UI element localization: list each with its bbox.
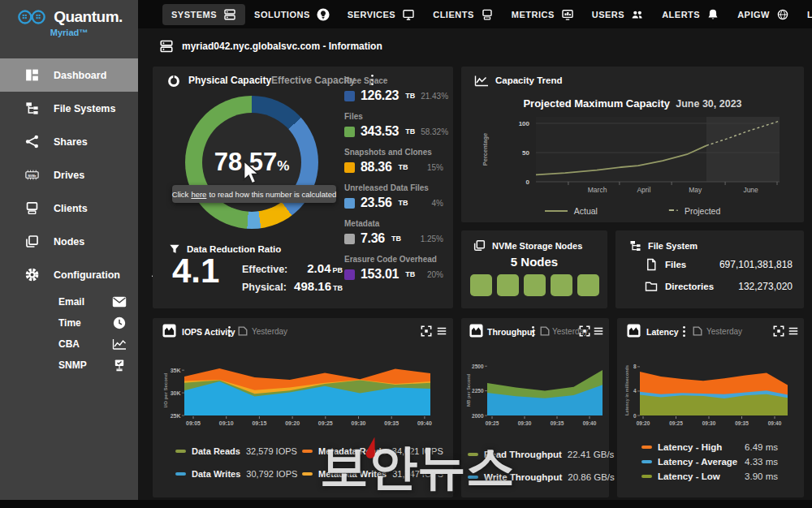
svg-text:09:40: 09:40 (417, 420, 432, 426)
sidebar-item-configuration[interactable]: Configuration (0, 258, 138, 291)
nav-tab-label: USERS (592, 10, 624, 19)
nav-tab-clients[interactable]: CLIENTS (424, 4, 503, 25)
svg-text:09:30: 09:30 (702, 420, 716, 426)
file-system-panel: File System Files697,101,381,818Director… (615, 230, 804, 308)
expand-icon[interactable] (421, 325, 432, 337)
clock-icon (112, 316, 127, 329)
nav-tab-metrics[interactable]: METRICS (503, 4, 583, 25)
legend-latency-high: Latency - High6.49 ms (641, 442, 778, 452)
page-header: myriad042.nyc.globalsvc.com - Informatio… (159, 39, 382, 54)
globe-icon (776, 8, 789, 21)
kebab-icon[interactable] (531, 325, 535, 338)
sidebar-item-cba[interactable]: CBA (0, 334, 138, 355)
legend-write-throughput: Write Throughput20.86 GB/s (468, 472, 615, 482)
legend-value: 34,621 IOPS (392, 446, 443, 456)
storage-node[interactable] (524, 274, 546, 296)
svg-text:0: 0 (633, 413, 637, 419)
legend-label: Metadata Reads (318, 446, 387, 456)
kebab-icon[interactable] (227, 325, 231, 338)
snmp-icon (112, 359, 127, 372)
nav-tab-services[interactable]: SERVICES (339, 4, 424, 25)
panel-title: Capacity Trend (495, 75, 562, 85)
stat-label: Files (344, 112, 443, 121)
nav-tab-logs[interactable]: LOGS (798, 4, 812, 25)
p-tp-chart: 20002250250009:2509:3009:3509:40MB per S… (464, 355, 606, 432)
sidebar-item-nodes[interactable]: Nodes (0, 225, 138, 258)
nav-tab-alerts[interactable]: ALERTS (653, 4, 728, 25)
sidebar-item-label: Dashboard (54, 70, 106, 81)
svg-text:09:20: 09:20 (285, 420, 300, 426)
share-icon (24, 134, 40, 149)
expand-icon[interactable] (579, 325, 590, 337)
sidebar-item-file-systems[interactable]: File Systems (0, 92, 138, 125)
legend-latency-low: Latency - Low3.90 ms (641, 471, 778, 481)
tag-icon (237, 325, 248, 337)
reduction-value: 498.16 (294, 279, 331, 293)
storage-node[interactable] (551, 274, 572, 296)
trend-legend-projected: Projected (667, 206, 720, 216)
capacity-donut-chart[interactable]: 78.57 % (185, 96, 318, 229)
stat-value: 7.36 (361, 231, 385, 246)
reduction-label: Effective: (242, 264, 287, 275)
panel-title: Physical Capacity (188, 75, 271, 86)
storage-node[interactable] (577, 274, 599, 296)
data-reduction-ratio: 4.1 (172, 252, 219, 291)
effective-capacity-toggle[interactable]: Effective Capacity (271, 75, 355, 86)
capacity-stat-unreleased-data-files: Unreleased Data Files23.56TB4% (344, 183, 443, 210)
sidebar: Quantum. Myriad™ DashboardFile SystemsSh… (0, 0, 138, 500)
legend-label: Write Throughput (484, 472, 562, 482)
storage-node[interactable] (497, 274, 519, 296)
nav-tab-solutions[interactable]: SOLUTIONS (245, 4, 339, 25)
stat-color-swatch (344, 269, 355, 280)
area-chart-icon (162, 324, 176, 338)
storage-node[interactable] (470, 274, 492, 296)
legend-value: 31,747 IOPS (392, 469, 443, 479)
kebab-icon[interactable] (682, 325, 686, 338)
legend-value: 30,792 IOPS (246, 469, 297, 479)
sidebar-item-email[interactable]: Email (0, 291, 138, 312)
svg-text:09:40: 09:40 (583, 420, 597, 426)
sidebar-item-drives[interactable]: NVMeDrives (0, 158, 138, 192)
svg-text:May: May (689, 186, 702, 194)
iops-activity-panel: IOPS ActivityYesterday25K30K35K09:0509:1… (153, 318, 453, 497)
nav-tab-label: CLIENTS (433, 10, 474, 19)
legend-swatch (468, 453, 478, 456)
capacity-trend-chart: 050100MarchAprilMayJunePercentage (477, 112, 786, 203)
nav-tab-systems[interactable]: SYSTEMS (162, 4, 245, 25)
legend-line-sample (667, 209, 678, 213)
sidebar-menu: DashboardFile SystemsSharesNVMeDrivesCli… (0, 58, 138, 376)
svg-text:09:20: 09:20 (637, 420, 650, 426)
panel-title: File System (648, 241, 698, 251)
server-icon (159, 39, 174, 54)
nav-tab-apigw[interactable]: APIGW (728, 4, 798, 25)
folder-icon (645, 280, 658, 293)
menu-icon[interactable] (788, 325, 799, 337)
expand-icon[interactable] (773, 325, 784, 337)
nav-tab-users[interactable]: USERS (583, 4, 653, 25)
sidebar-item-label: Configuration (54, 269, 120, 281)
time-range-label[interactable]: Yesterday (706, 327, 742, 336)
stat-color-swatch (344, 234, 355, 244)
svg-text:MB per Second: MB per Second (466, 374, 471, 407)
sidebar-item-dashboard[interactable]: Dashboard (0, 58, 138, 92)
menu-icon[interactable] (436, 325, 447, 337)
legend-label: Read Throughput (484, 450, 562, 459)
tooltip-here-link[interactable]: here (191, 190, 206, 199)
svg-text:I/O per Second: I/O per Second (163, 372, 168, 407)
time-range-label[interactable]: Yesterday (252, 327, 287, 336)
tag-icon (539, 325, 551, 337)
node-squares (461, 274, 607, 296)
sidebar-item-time[interactable]: Time (0, 312, 138, 334)
sidebar-item-shares[interactable]: Shares (0, 125, 138, 158)
sidebar-item-clients[interactable]: Clients (0, 192, 138, 225)
sidebar-item-snmp[interactable]: SNMP (0, 355, 138, 376)
reduction-row-effective-: Effective:2.04PB (242, 261, 343, 275)
stat-unit: TB (405, 127, 415, 136)
legend-metadata-writes: Metadata Writes31,747 IOPS (302, 469, 443, 479)
svg-text:2250: 2250 (472, 388, 484, 394)
users-icon (631, 8, 644, 21)
fs-label: Directories (665, 282, 714, 291)
legend-label: Latency - Low (658, 471, 720, 481)
menu-icon[interactable] (593, 325, 604, 337)
reduction-value: 2.04 (307, 261, 330, 275)
